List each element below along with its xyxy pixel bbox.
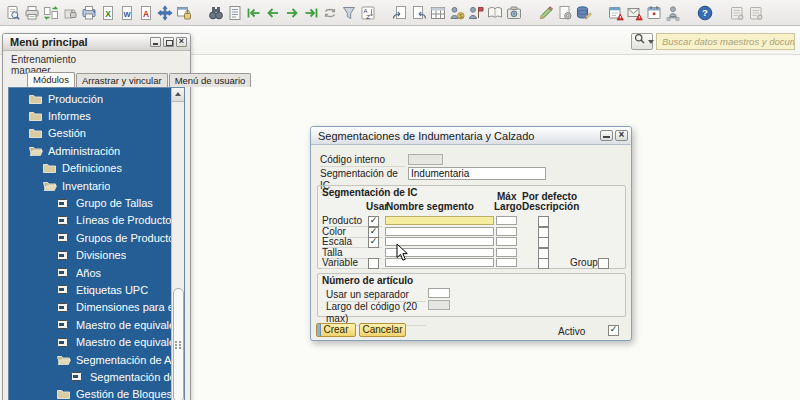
dialog-close-button[interactable]	[615, 130, 628, 141]
export-pdf-icon[interactable]: A	[137, 4, 154, 21]
minimize-button[interactable]	[150, 37, 161, 47]
descripcion-checkbox[interactable]	[538, 216, 549, 227]
tree-item[interactable]: Divisiones	[9, 247, 171, 264]
dialog-title: Segmentaciones de Indumentaria y Calzado	[318, 128, 598, 144]
leaf-icon	[57, 303, 71, 312]
document-forward-icon[interactable]	[410, 4, 427, 21]
document-settings-icon[interactable]	[556, 4, 573, 21]
tree-item[interactable]: Gestión	[9, 125, 171, 142]
segment-row: Color	[318, 227, 625, 237]
segmentacion-ic-input[interactable]	[408, 167, 546, 180]
tree-scrollbar[interactable]	[171, 88, 184, 400]
tree-item[interactable]: Gestión de Bloques UPC	[9, 386, 171, 400]
descripcion-checkbox[interactable]	[538, 248, 549, 259]
nombre-segmento-input[interactable]	[385, 227, 494, 236]
scroll-up-button[interactable]	[172, 88, 184, 102]
journal-icon[interactable]	[486, 4, 503, 21]
tree-item[interactable]: Definiciones	[9, 160, 171, 177]
group-checkbox[interactable]	[598, 258, 609, 269]
dialog-titlebar[interactable]: Segmentaciones de Indumentaria y Calzado	[311, 127, 631, 145]
descripcion-checkbox[interactable]	[538, 237, 549, 248]
org-chart-icon[interactable]	[664, 4, 681, 21]
usar-checkbox[interactable]	[368, 258, 379, 269]
calendar-icon[interactable]	[645, 4, 662, 21]
tree-item[interactable]: Líneas de Productos	[9, 212, 171, 229]
segmentaciones-dialog: Segmentaciones de Indumentaria y Calzado…	[310, 126, 632, 341]
alerts-icon[interactable]	[607, 4, 624, 21]
tab-arrastrar-y-vincular[interactable]: Arrastrar y vincular	[76, 73, 168, 87]
note-icon[interactable]	[728, 4, 745, 21]
max-largo-input[interactable]	[496, 237, 517, 246]
move-icon[interactable]	[156, 4, 173, 21]
payment-means-icon[interactable]: $	[448, 4, 465, 21]
crear-button[interactable]: Crear	[316, 323, 356, 337]
tree-item[interactable]: Segmentación de Indumenta	[9, 368, 171, 385]
folder-icon	[29, 128, 43, 138]
refresh-icon[interactable]	[321, 4, 338, 21]
tree-item[interactable]: Dimensiones para equivalencias	[9, 299, 171, 316]
descripcion-checkbox[interactable]	[538, 258, 549, 269]
maximize-button[interactable]	[163, 37, 174, 47]
tree-item[interactable]: Maestro de equivalencias de var	[9, 333, 171, 350]
export-excel-icon[interactable]: X	[99, 4, 116, 21]
tree-item[interactable]: Grupos de Productos	[9, 229, 171, 246]
tab-modulos[interactable]: Módulos	[27, 72, 75, 87]
tree-item[interactable]: Grupo de Tallas	[9, 194, 171, 211]
max-largo-input[interactable]	[496, 248, 517, 257]
nombre-segmento-input[interactable]	[385, 216, 494, 225]
max-largo-input[interactable]	[496, 227, 517, 236]
last-record-icon[interactable]	[302, 4, 319, 21]
lock-icon[interactable]	[61, 4, 78, 21]
fax-icon[interactable]	[80, 4, 97, 21]
sort-icon[interactable]: AZ	[359, 4, 376, 21]
numero-articulo-title: Número de artículo	[322, 275, 413, 286]
tree-item[interactable]: Administración	[9, 142, 171, 159]
separador-input[interactable]	[428, 288, 450, 298]
gross-profit-icon[interactable]	[429, 4, 446, 21]
max-largo-input[interactable]	[496, 216, 517, 225]
first-record-icon[interactable]	[245, 4, 262, 21]
search-bar	[631, 33, 795, 50]
tab-menu-de-usuario[interactable]: Menú de usuario	[169, 73, 252, 87]
tree-item[interactable]: Informes	[9, 107, 171, 124]
print-preview-icon[interactable]	[4, 4, 21, 21]
usar-checkbox[interactable]	[368, 237, 379, 248]
tree-item[interactable]: Años	[9, 264, 171, 281]
tree-item[interactable]: Inventario	[9, 177, 171, 194]
document-back-icon[interactable]	[391, 4, 408, 21]
messages-icon[interactable]	[626, 4, 643, 21]
main-menu-titlebar[interactable]: Menú principal	[3, 34, 190, 51]
document-icon[interactable]	[226, 4, 243, 21]
search-button[interactable]	[631, 33, 653, 50]
tree-item[interactable]: Etiquetas UPC	[9, 281, 171, 298]
search-input[interactable]	[656, 33, 795, 50]
largo-codigo-field	[428, 300, 450, 310]
export-word-icon[interactable]: W	[118, 4, 135, 21]
tree-item[interactable]: Maestro de equivalencias de tan	[9, 316, 171, 333]
scrollbar-thumb[interactable]	[173, 288, 184, 400]
query-manager-icon[interactable]	[575, 4, 592, 21]
lock-screen-icon[interactable]	[175, 4, 192, 21]
codigo-interno-field	[408, 154, 443, 165]
cancelar-button[interactable]: Cancelar	[359, 323, 406, 337]
tree-item[interactable]: Segmentación de Artículos	[9, 351, 171, 368]
tree-item[interactable]: Producción	[9, 90, 171, 107]
next-record-icon[interactable]	[283, 4, 300, 21]
edit-icon[interactable]	[537, 4, 554, 21]
volume-report-icon[interactable]	[467, 4, 484, 21]
dialog-minimize-button[interactable]	[600, 130, 613, 141]
max-largo-input[interactable]	[496, 258, 517, 267]
leaf-icon	[57, 233, 71, 242]
find-icon[interactable]	[207, 4, 224, 21]
picture-icon[interactable]	[505, 4, 522, 21]
help-icon[interactable]: ?	[696, 4, 713, 21]
descripcion-checkbox[interactable]	[538, 227, 549, 238]
close-button[interactable]	[176, 37, 187, 47]
print-icon[interactable]	[23, 4, 40, 21]
previous-record-icon[interactable]	[264, 4, 281, 21]
note-2-icon[interactable]	[747, 4, 764, 21]
folder-open-icon	[29, 146, 43, 156]
filter-icon[interactable]	[340, 4, 357, 21]
activo-checkbox[interactable]	[608, 325, 619, 336]
sync-documents-icon[interactable]	[42, 4, 59, 21]
